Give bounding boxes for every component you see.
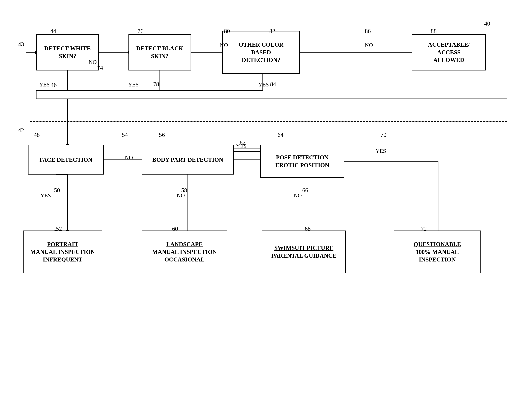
no-74-label: NO — [89, 59, 97, 65]
no-80-label: NO — [220, 42, 228, 48]
ref-50: 50 — [54, 187, 60, 194]
no-66-label: NO — [294, 192, 302, 198]
ref-70: 70 — [380, 131, 386, 138]
other-color-detection-box: OTHER COLORBASEDDETECTION? — [222, 31, 300, 74]
no-86-label: NO — [365, 42, 373, 48]
ref-66: 66 — [302, 187, 308, 194]
ref-44: 44 — [50, 28, 56, 35]
ref-64: 64 — [278, 131, 283, 138]
ref-84: 84 — [270, 81, 276, 87]
body-part-detection-box: BODY PART DETECTION — [142, 145, 234, 175]
ref-76: 76 — [138, 28, 143, 35]
yes-46-label: YES — [39, 82, 50, 88]
questionable-inspection-box: QUESTIONABLE100% MANUALINSPECTION — [394, 231, 481, 273]
ref-60: 60 — [172, 225, 178, 232]
landscape-underline: LANDSCAPE — [166, 241, 203, 247]
ref-80: 80 — [224, 28, 230, 35]
ref-86: 86 — [365, 28, 371, 35]
ref-42: 42 — [18, 127, 24, 134]
ref-72: 72 — [421, 225, 427, 232]
yes-78-label: YES — [128, 82, 139, 88]
yes-62-label: YES — [236, 143, 246, 149]
yes-50-label: YES — [40, 192, 51, 198]
no-54-label: NO — [125, 154, 133, 161]
landscape-inspection-box: LANDSCAPEMANUAL INSPECTIONOCCASIONAL — [142, 231, 227, 273]
ref-74: 74 — [97, 64, 103, 71]
acceptable-access-box: ACCEPTABLE/ACCESSALLOWED — [412, 34, 486, 70]
portrait-inspection-box: PORTRAITMANUAL INSPECTIONINFREQUENT — [23, 231, 102, 273]
swimsuit-picture-box: SWIMSUIT PICTUREPARENTAL GUIDANCE — [262, 231, 346, 273]
pose-detection-box: POSE DETECTIONEROTIC POSITION — [260, 145, 344, 178]
ref-56: 56 — [159, 131, 165, 138]
ref-88: 88 — [431, 28, 437, 35]
ref-52: 52 — [56, 225, 62, 232]
ref-48: 48 — [34, 131, 40, 138]
questionable-underline: QUESTIONABLE — [414, 241, 461, 247]
diagram-container: DETECT WHITESKIN? DETECT BLACKSKIN? OTHE… — [10, 10, 520, 385]
ref-68: 68 — [305, 225, 311, 232]
no-58-label: NO — [177, 192, 185, 198]
portrait-underline: PORTRAIT — [47, 241, 78, 247]
detect-black-skin-box: DETECT BLACKSKIN? — [129, 34, 191, 70]
ref-78: 78 — [153, 81, 159, 87]
ref-54: 54 — [122, 131, 128, 138]
yes-84-label: YES — [258, 82, 269, 88]
ref-46: 46 — [51, 82, 57, 88]
ref-40: 40 — [484, 20, 490, 27]
ref-82: 82 — [269, 28, 275, 35]
face-detection-box: FACE DETECTION — [28, 145, 104, 175]
ref-43: 43 — [18, 41, 24, 48]
yes-70-label: YES — [375, 148, 386, 154]
swimsuit-underline: SWIMSUIT PICTURE — [275, 245, 333, 251]
